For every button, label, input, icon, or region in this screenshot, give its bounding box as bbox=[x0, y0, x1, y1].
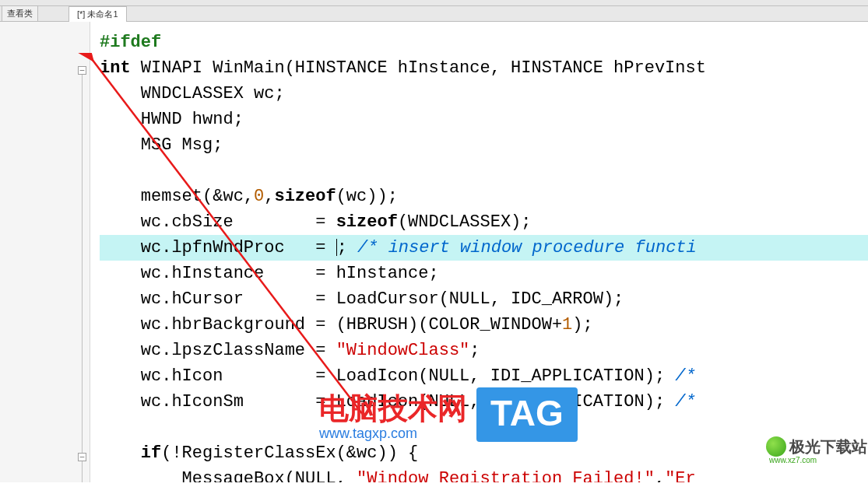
document-tab-label: [*] 未命名1 bbox=[77, 9, 118, 19]
code-line bbox=[100, 158, 868, 184]
code-line: WNDCLASSEX wc; bbox=[100, 81, 868, 107]
top-toolbar-strip bbox=[0, 0, 868, 6]
code-line: wc.hIconSm = LoadIcon(NULL, IDI_APPLICAT… bbox=[100, 389, 868, 415]
code-line: wc.hIcon = LoadIcon(NULL, IDI_APPLICATIO… bbox=[100, 363, 868, 389]
code-line: memset(&wc,0,sizeof(wc)); bbox=[100, 184, 868, 209]
fold-guide-line bbox=[82, 75, 83, 482]
code-line: HWND hwnd; bbox=[100, 107, 868, 132]
code-line: wc.hInstance = hInstance; bbox=[100, 261, 868, 286]
view-class-tab[interactable]: 查看类 bbox=[2, 5, 38, 21]
code-line: MSG Msg; bbox=[100, 132, 868, 158]
code-line: if(!RegisterClassEx(&wc)) { bbox=[100, 440, 868, 466]
code-line: wc.lpszClassName = "WindowClass"; bbox=[100, 338, 868, 363]
code-line bbox=[100, 415, 868, 440]
gutter[interactable]: − − bbox=[0, 22, 90, 482]
code-line-current: wc.lpfnWndProc = ; /* insert window proc… bbox=[100, 235, 868, 261]
code-line: wc.hbrBackground = (HBRUSH)(COLOR_WINDOW… bbox=[100, 312, 868, 338]
code-line: MessageBox(NULL, "Window Registration Fa… bbox=[100, 466, 868, 482]
code-line: wc.cbSize = sizeof(WNDCLASSEX); bbox=[100, 209, 868, 235]
tab-bar: 查看类 ◄ ► [*] 未命名1 bbox=[0, 6, 868, 22]
fold-toggle-icon[interactable]: − bbox=[78, 453, 86, 461]
code-line: wc.hCursor = LoadCursor(NULL, IDC_ARROW)… bbox=[100, 286, 868, 312]
document-tab-untitled1[interactable]: [*] 未命名1 bbox=[69, 6, 127, 22]
code-line: int WINAPI WinMain(HINSTANCE hInstance, … bbox=[100, 55, 868, 81]
view-class-label: 查看类 bbox=[7, 9, 33, 18]
code-editor[interactable]: #ifdef int WINAPI WinMain(HINSTANCE hIns… bbox=[90, 22, 868, 482]
editor-area: − − #ifdef int WINAPI WinMain(HINSTANCE … bbox=[0, 22, 868, 482]
fold-toggle-icon[interactable]: − bbox=[78, 66, 86, 75]
code-line: #ifdef bbox=[100, 30, 868, 55]
